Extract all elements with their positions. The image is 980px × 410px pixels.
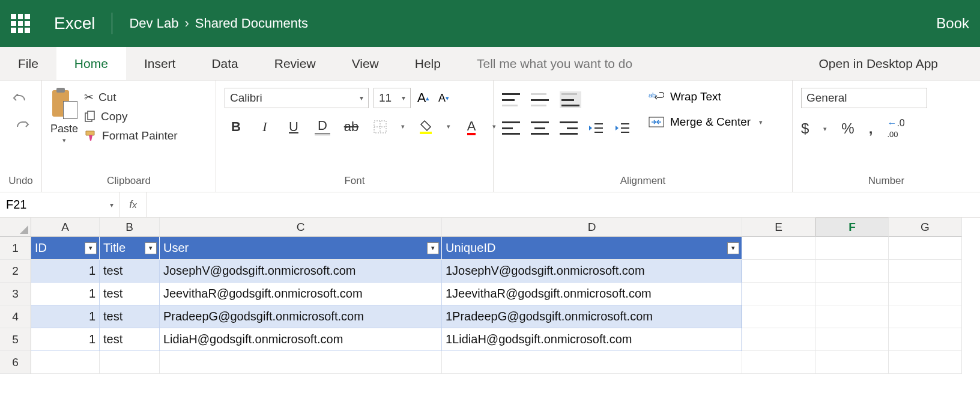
align-center-button[interactable] <box>531 121 549 135</box>
fx-icon[interactable]: fx <box>120 192 147 217</box>
cell[interactable] <box>889 260 962 283</box>
row-header[interactable]: 6 <box>0 351 31 374</box>
cell[interactable] <box>889 328 962 351</box>
select-all-corner[interactable] <box>0 218 31 237</box>
column-header[interactable]: C <box>160 218 442 237</box>
filter-dropdown-icon[interactable]: ▾ <box>427 242 439 254</box>
tab-view[interactable]: View <box>334 47 397 80</box>
cell[interactable] <box>742 351 815 374</box>
accounting-format-button[interactable]: $ <box>801 120 809 137</box>
cell[interactable]: 1 <box>31 328 100 351</box>
column-header[interactable]: G <box>889 218 962 237</box>
cell[interactable] <box>815 305 889 328</box>
row-header[interactable]: 3 <box>0 283 31 305</box>
tell-me-search[interactable]: Tell me what you want to do <box>459 47 650 80</box>
cell[interactable]: JeevithaR@godsgift.onmicrosoft.com <box>160 283 442 305</box>
filter-dropdown-icon[interactable]: ▾ <box>727 242 739 254</box>
cell[interactable] <box>100 351 160 374</box>
align-right-button[interactable] <box>560 121 578 135</box>
tab-insert[interactable]: Insert <box>126 47 194 80</box>
tab-data[interactable]: Data <box>193 47 256 80</box>
grow-font-button[interactable]: A▴ <box>416 90 431 106</box>
underline-button[interactable]: U <box>286 119 301 135</box>
cell[interactable] <box>31 351 100 374</box>
copy-button[interactable]: Copy <box>84 110 178 123</box>
column-header[interactable]: B <box>100 218 160 237</box>
cell[interactable] <box>815 283 889 305</box>
cell[interactable] <box>815 260 889 283</box>
cell[interactable] <box>815 328 889 351</box>
wrap-text-button[interactable]: ab Wrap Text <box>649 90 763 103</box>
chevron-down-icon[interactable]: ▾ <box>62 136 66 144</box>
cell[interactable] <box>160 351 442 374</box>
column-header[interactable]: F <box>815 218 889 237</box>
cell[interactable] <box>815 237 889 260</box>
cell[interactable]: 1LidiaH@godsgift.onmicrosoft.com <box>442 328 742 351</box>
cell[interactable] <box>742 328 815 351</box>
cell[interactable]: 1 <box>31 283 100 305</box>
cell[interactable] <box>742 283 815 305</box>
merge-center-button[interactable]: Merge & Center ▾ <box>649 115 763 129</box>
tab-file[interactable]: File <box>0 47 56 80</box>
cell[interactable]: 1PradeepG@godsgift.onmicrosoft.com <box>442 305 742 328</box>
cell[interactable]: UniqueID▾ <box>442 237 742 260</box>
cell[interactable]: test <box>100 328 160 351</box>
name-box[interactable]: F21 ▾ <box>0 192 120 217</box>
comma-format-button[interactable]: , <box>869 120 873 137</box>
formula-bar[interactable] <box>147 192 980 217</box>
chevron-down-icon[interactable]: ▾ <box>823 125 827 133</box>
strikethrough-button[interactable]: ab <box>343 119 359 135</box>
column-header[interactable]: E <box>742 218 815 237</box>
fill-color-button[interactable] <box>418 120 434 134</box>
breadcrumb-folder[interactable]: Shared Documents <box>195 16 308 31</box>
cell[interactable] <box>742 305 815 328</box>
number-format-select[interactable]: General <box>801 88 927 108</box>
row-header[interactable]: 2 <box>0 260 31 283</box>
document-title[interactable]: Book <box>936 15 969 32</box>
chevron-down-icon[interactable]: ▾ <box>447 123 450 130</box>
tab-help[interactable]: Help <box>397 47 459 80</box>
cell[interactable]: ID▾ <box>31 237 100 260</box>
cell[interactable]: JosephV@godsgift.onmicrosoft.com <box>160 260 442 283</box>
column-header[interactable]: D <box>442 218 742 237</box>
cell[interactable] <box>889 305 962 328</box>
cell[interactable] <box>815 351 889 374</box>
align-top-button[interactable] <box>502 93 520 106</box>
tab-review[interactable]: Review <box>256 47 334 80</box>
paste-button[interactable]: Paste ▾ <box>50 88 78 144</box>
font-name-select[interactable]: Calibri ▾ <box>225 88 369 108</box>
cell[interactable]: PradeepG@godsgift.onmicrosoft.com <box>160 305 442 328</box>
align-middle-button[interactable] <box>531 93 549 106</box>
cell[interactable]: LidiaH@godsgift.onmicrosoft.com <box>160 328 442 351</box>
increase-indent-button[interactable] <box>615 121 631 135</box>
cell[interactable] <box>889 351 962 374</box>
chevron-down-icon[interactable]: ▾ <box>401 123 405 130</box>
italic-button[interactable]: I <box>257 119 273 135</box>
tab-home[interactable]: Home <box>56 47 126 80</box>
filter-dropdown-icon[interactable]: ▾ <box>85 242 97 254</box>
cell[interactable]: test <box>100 260 160 283</box>
increase-decimal-button[interactable]: ←.0.00 <box>887 118 904 139</box>
undo-icon[interactable] <box>13 94 29 107</box>
shrink-font-button[interactable]: A▾ <box>436 92 452 105</box>
cell[interactable]: 1 <box>31 260 100 283</box>
row-header[interactable]: 4 <box>0 305 31 328</box>
cell[interactable] <box>742 237 815 260</box>
app-launcher-icon[interactable] <box>11 14 30 33</box>
row-header[interactable]: 1 <box>0 237 31 260</box>
cell[interactable]: test <box>100 305 160 328</box>
font-color-button[interactable]: A <box>464 118 479 135</box>
cell[interactable]: User▾ <box>160 237 442 260</box>
cell[interactable]: test <box>100 283 160 305</box>
cell[interactable] <box>442 351 742 374</box>
column-header[interactable]: A <box>31 218 100 237</box>
cell[interactable] <box>742 260 815 283</box>
cell[interactable]: Title▾ <box>100 237 160 260</box>
cell[interactable] <box>889 237 962 260</box>
align-bottom-button[interactable] <box>560 91 581 108</box>
redo-icon[interactable] <box>13 120 29 133</box>
breadcrumb-site[interactable]: Dev Lab <box>129 16 178 31</box>
cell[interactable]: 1JosephV@godsgift.onmicrosoft.com <box>442 260 742 283</box>
cell[interactable]: 1JeevithaR@godsgift.onmicrosoft.com <box>442 283 742 305</box>
cell[interactable]: 1 <box>31 305 100 328</box>
